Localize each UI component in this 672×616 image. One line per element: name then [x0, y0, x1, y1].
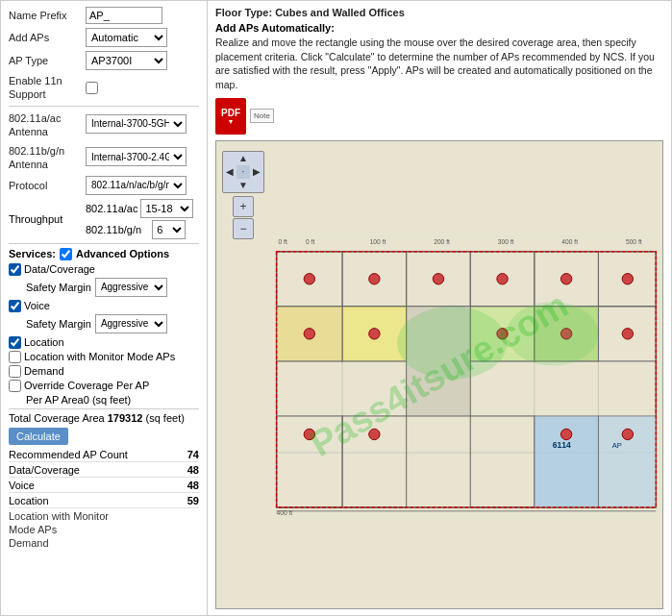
total-coverage-unit: (sq feet) [146, 412, 185, 424]
advanced-options-label: Advanced Options [76, 248, 169, 259]
svg-point-59 [507, 302, 598, 366]
services-label: Services: [9, 248, 56, 259]
voice-label: Voice [24, 300, 50, 311]
voice-safety-label: Safety Margin [26, 318, 91, 330]
svg-text:AP: AP [612, 441, 622, 450]
protocol-select[interactable]: 802.11a/n/ac/b/g/n [86, 176, 187, 195]
recommended-ap-row: Recommended AP Count 74 [9, 449, 199, 462]
demand-result-label: Demand [9, 537, 49, 549]
right-panel: Floor Type: Cubes and Walled Offices Add… [208, 1, 671, 615]
enable-11n-label: Enable 11n Support [9, 74, 86, 102]
pad-cell-br [250, 179, 263, 192]
per-ap-area-label: Per AP Area0 (sq feet) [26, 394, 199, 406]
svg-point-44 [369, 273, 380, 283]
svg-point-57 [622, 429, 633, 439]
antenna-b-label: 802.11b/g/n Antenna [9, 142, 86, 172]
right-button[interactable]: ▶ [250, 165, 263, 179]
override-coverage-checkbox[interactable] [9, 380, 21, 392]
zoom-in-button[interactable]: + [233, 196, 254, 217]
calculate-button[interactable]: Calculate [9, 428, 68, 445]
pdf-label: PDF [221, 108, 240, 118]
throughput-b-label: 802.11b/g/n [86, 224, 141, 235]
svg-text:0 ft: 0 ft [306, 238, 314, 245]
throughput-a-line: 802.11a/ac 15-18 [86, 199, 193, 218]
name-prefix-input[interactable] [86, 7, 162, 24]
data-coverage-checkbox[interactable] [9, 263, 21, 276]
location-monitor-checkbox[interactable] [9, 351, 21, 363]
svg-point-56 [560, 429, 571, 439]
up-button[interactable]: ▲ [236, 152, 250, 165]
demand-label: Demand [24, 365, 64, 377]
pad-cell-bl [223, 179, 236, 192]
svg-point-48 [622, 273, 633, 283]
data-coverage-service: Data/Coverage [9, 263, 199, 276]
pdf-sub: ▼ [228, 118, 235, 125]
svg-point-49 [304, 328, 314, 338]
down-button[interactable]: ▼ [236, 179, 250, 192]
svg-point-47 [560, 273, 571, 283]
location-label: Location [24, 336, 64, 348]
recommended-ap-value: 74 [187, 449, 199, 460]
voice-checkbox[interactable] [9, 300, 21, 312]
throughput-b-line: 802.11b/g/n 6 [86, 220, 193, 239]
antenna-a-select[interactable]: Internal-3700-5GHz [86, 114, 187, 134]
override-coverage-service: Override Coverage Per AP [9, 380, 199, 392]
left-button[interactable]: ◀ [223, 165, 236, 179]
center-button[interactable]: · [236, 165, 250, 179]
throughput-a-select[interactable]: 15-18 [140, 199, 193, 218]
protocol-row: Protocol 802.11a/n/ac/b/g/n [9, 176, 199, 195]
throughput-a-label: 802.11a/ac [86, 203, 137, 214]
data-safety-row: Safety Margin Aggressive [26, 278, 199, 297]
demand-service: Demand [9, 365, 199, 378]
ap-type-select[interactable]: AP3700I [86, 51, 167, 70]
throughput-b-select[interactable]: 6 [152, 220, 186, 239]
voice-safety-row: Safety Margin Aggressive [26, 314, 199, 333]
pdf-icon[interactable]: PDF ▼ [215, 98, 246, 135]
svg-text:300 ft: 300 ft [498, 238, 514, 245]
svg-text:200 ft: 200 ft [434, 238, 450, 245]
override-coverage-label: Override Coverage Per AP [24, 380, 149, 391]
svg-text:500 ft: 500 ft [626, 238, 642, 245]
ap-type-label: AP Type [9, 54, 86, 67]
data-coverage-result-value: 48 [187, 464, 199, 476]
ap-type-row: AP Type AP3700I [9, 51, 199, 70]
location-result-row: Location 59 [9, 495, 199, 508]
svg-point-50 [369, 328, 380, 338]
enable-11n-checkbox[interactable] [86, 82, 98, 94]
advanced-options-checkbox[interactable] [60, 248, 72, 260]
svg-point-54 [304, 429, 314, 439]
antenna-a-label: 802.11a/ac Antenna [9, 110, 86, 139]
add-aps-row: Add APs Automatic [9, 28, 199, 47]
svg-text:0 ft: 0 ft [279, 238, 287, 245]
demand-checkbox[interactable] [9, 365, 21, 378]
zoom-out-button[interactable]: − [233, 218, 254, 239]
location-result-value: 59 [187, 495, 199, 506]
svg-point-53 [622, 328, 633, 338]
location-monitor-service: Location with Monitor Mode APs [9, 351, 199, 363]
svg-text:400 ft: 400 ft [561, 238, 578, 245]
map-image-area: 0 ft 0 ft 100 ft 200 ft 300 ft 400 ft 50… [269, 141, 662, 608]
data-coverage-result-label: Data/Coverage [9, 464, 80, 476]
svg-point-46 [497, 273, 508, 283]
antenna-a-row: 802.11a/ac Antenna Internal-3700-5GHz [9, 110, 199, 139]
svg-text:6114: 6114 [553, 440, 571, 450]
data-safety-select[interactable]: Aggressive [95, 278, 167, 297]
svg-text:100 ft: 100 ft [370, 238, 386, 245]
map-controls: ▲ ◀ · ▶ ▼ + − [222, 151, 264, 239]
throughput-inner: 802.11a/ac 15-18 802.11b/g/n 6 [86, 199, 193, 239]
directional-pad[interactable]: ▲ ◀ · ▶ ▼ [222, 151, 264, 193]
location-service: Location [9, 336, 199, 349]
floor-type-title: Floor Type: Cubes and Walled Offices [215, 7, 663, 18]
voice-service: Voice [9, 300, 199, 312]
floor-map-svg: 0 ft 0 ft 100 ft 200 ft 300 ft 400 ft 50… [269, 141, 662, 608]
add-aps-select[interactable]: Automatic [86, 28, 167, 47]
services-title: Services: Advanced Options [9, 248, 199, 260]
location-checkbox[interactable] [9, 336, 21, 349]
add-aps-label: Add APs [9, 31, 86, 44]
antenna-b-row: 802.11b/g/n Antenna Internal-3700-2.4GHz [9, 142, 199, 172]
antenna-b-select[interactable]: Internal-3700-2.4GHz [86, 147, 187, 166]
svg-point-58 [397, 307, 507, 380]
voice-safety-select[interactable]: Aggressive [95, 314, 167, 333]
map-container[interactable]: Pass4itsure.com ▲ ◀ · ▶ ▼ + − [215, 140, 663, 609]
demand-result-row: Demand [9, 537, 199, 549]
